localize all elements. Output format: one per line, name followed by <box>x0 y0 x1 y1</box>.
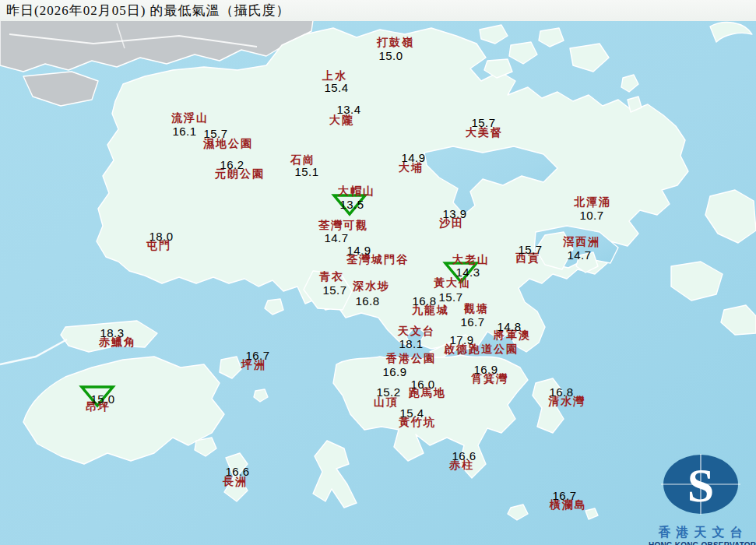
hko-logo: S 香港天文台 HONG KONG OBSERVATORY <box>649 445 756 545</box>
weather-map-screen: 打鼓嶺15.0上水15.4大隴13.4流浮山16.1濕地公園15.7元朗公園16… <box>0 0 756 545</box>
minimum-temperature-marker-icon <box>82 387 113 406</box>
logo-english-text: HONG KONG OBSERVATORY <box>649 541 756 545</box>
hko-logo-icon: S <box>649 445 756 520</box>
title-bar: 昨日(2026年02月05日) 的最低氣溫（攝氏度） <box>0 0 756 21</box>
minimum-temperature-marker-icon <box>334 195 365 214</box>
minimum-markers-layer <box>0 0 756 545</box>
logo-s-glyph: S <box>687 459 714 512</box>
map-title: 昨日(2026年02月05日) 的最低氣溫（攝氏度） <box>6 2 290 19</box>
logo-chinese-text: 香港天文台 <box>649 525 756 541</box>
minimum-temperature-marker-icon <box>445 263 476 282</box>
